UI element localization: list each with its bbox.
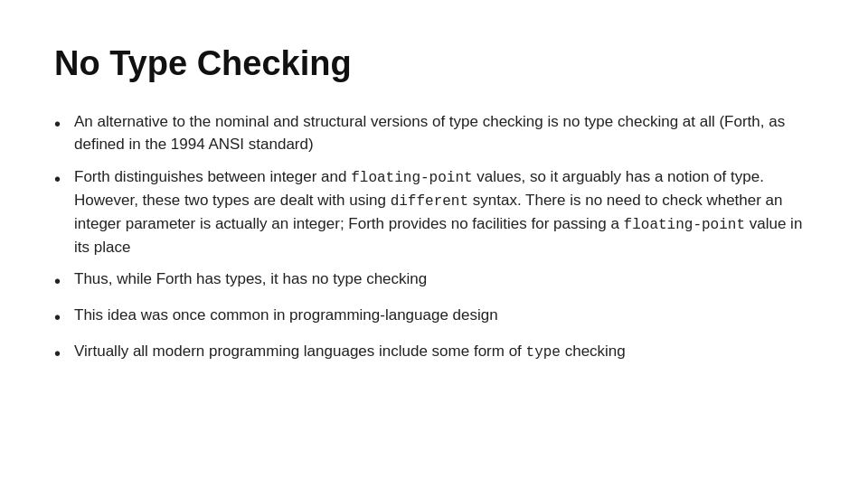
list-item: • Thus, while Forth has types, it has no…	[54, 267, 814, 295]
slide: No Type Checking • An alternative to the…	[0, 0, 868, 488]
bullet-text-4: This idea was once common in programming…	[74, 304, 814, 327]
list-item: • An alternative to the nominal and stru…	[54, 110, 814, 156]
list-item: • Virtually all modern programming langu…	[54, 340, 814, 367]
bullet-dot-5: •	[54, 340, 74, 367]
list-item: • This idea was once common in programmi…	[54, 304, 814, 331]
bullet-dot-3: •	[54, 267, 74, 295]
bullet-dot-1: •	[54, 110, 74, 137]
bullet-text-2: Forth distinguishes between integer and …	[74, 165, 814, 259]
list-item: • Forth distinguishes between integer an…	[54, 165, 814, 259]
bullet-text-5: Virtually all modern programming languag…	[74, 340, 814, 363]
bullet-text-3: Thus, while Forth has types, it has no t…	[74, 267, 814, 291]
slide-title: No Type Checking	[54, 43, 814, 85]
bullet-list: • An alternative to the nominal and stru…	[54, 110, 814, 368]
bullet-dot-2: •	[54, 165, 74, 192]
bullet-text-1: An alternative to the nominal and struct…	[74, 110, 814, 156]
bullet-dot-4: •	[54, 304, 74, 331]
